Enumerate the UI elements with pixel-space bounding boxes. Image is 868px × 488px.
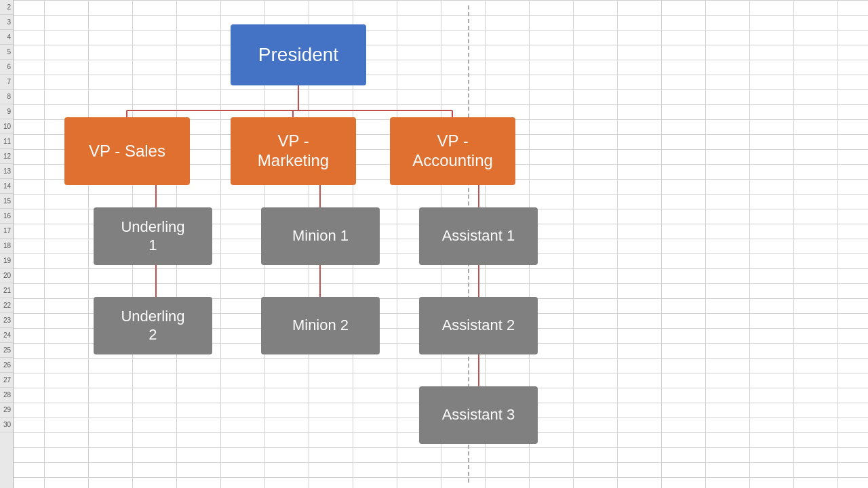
row-num: 22 <box>0 298 13 313</box>
node-minion1[interactable]: Minion 1 <box>261 207 380 265</box>
row-num: 7 <box>0 75 13 89</box>
node-vp-sales[interactable]: VP - Sales <box>64 117 190 185</box>
row-num: 11 <box>0 134 13 149</box>
row-num: 2 <box>0 0 13 15</box>
row-num: 21 <box>0 283 13 298</box>
node-assistant1[interactable]: Assistant 1 <box>419 207 538 265</box>
row-num: 15 <box>0 194 13 209</box>
row-num: 8 <box>0 89 13 104</box>
row-num: 14 <box>0 179 13 194</box>
row-num: 30 <box>0 418 13 432</box>
row-num: 27 <box>0 373 13 388</box>
row-num: 23 <box>0 313 13 328</box>
node-vp-marketing[interactable]: VP -Marketing <box>231 117 356 185</box>
row-num: 26 <box>0 358 13 373</box>
row-num: 4 <box>0 30 13 45</box>
row-num: 3 <box>0 15 13 30</box>
node-underling1[interactable]: Underling1 <box>94 207 212 265</box>
row-num: 16 <box>0 209 13 224</box>
node-assistant2[interactable]: Assistant 2 <box>419 297 538 354</box>
row-num: 13 <box>0 164 13 179</box>
row-num: 19 <box>0 253 13 268</box>
node-underling2[interactable]: Underling2 <box>94 297 212 354</box>
row-num: 29 <box>0 403 13 418</box>
row-num: 10 <box>0 119 13 134</box>
row-num: 6 <box>0 60 13 75</box>
node-minion2[interactable]: Minion 2 <box>261 297 380 354</box>
node-president[interactable]: President <box>231 24 366 85</box>
row-num: 9 <box>0 104 13 119</box>
org-chart: President VP - Sales VP -Marketing VP -A… <box>14 5 868 483</box>
row-num: 24 <box>0 328 13 343</box>
row-num: 25 <box>0 343 13 358</box>
spreadsheet: 2 3 4 5 6 7 8 9 10 11 12 13 14 15 16 17 … <box>0 0 868 488</box>
row-num: 5 <box>0 45 13 60</box>
row-num: 17 <box>0 224 13 239</box>
row-num: 20 <box>0 268 13 283</box>
row-numbers: 2 3 4 5 6 7 8 9 10 11 12 13 14 15 16 17 … <box>0 0 14 488</box>
row-num: 18 <box>0 239 13 253</box>
row-num: 28 <box>0 388 13 403</box>
node-assistant3[interactable]: Assistant 3 <box>419 386 538 444</box>
node-vp-accounting[interactable]: VP -Accounting <box>390 117 515 185</box>
row-num: 12 <box>0 149 13 164</box>
